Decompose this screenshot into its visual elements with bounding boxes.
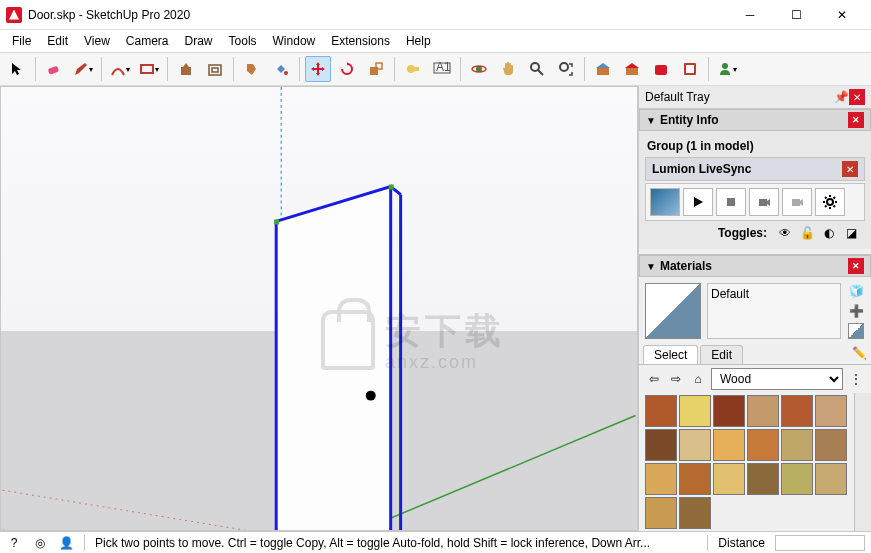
material-swatch[interactable]: [713, 395, 745, 427]
svg-rect-32: [274, 219, 279, 224]
material-category-select[interactable]: Wood: [711, 368, 843, 390]
warehouse2-tool[interactable]: [619, 56, 645, 82]
material-swatch[interactable]: [679, 395, 711, 427]
tray-close-icon[interactable]: ✕: [849, 89, 865, 105]
panel-close-icon[interactable]: ✕: [848, 258, 864, 274]
material-swatch[interactable]: [815, 429, 847, 461]
person-icon[interactable]: 👤: [58, 535, 74, 551]
toggle-visible-icon[interactable]: 👁: [777, 225, 793, 241]
material-swatch[interactable]: [645, 497, 677, 529]
lumion-stop-button[interactable]: [716, 188, 746, 216]
nav-back-icon[interactable]: ⇦: [645, 370, 663, 388]
material-swatch[interactable]: [713, 463, 745, 495]
paintbucket-tool[interactable]: [268, 56, 294, 82]
material-swatch[interactable]: [781, 395, 813, 427]
lumion-camera1-button[interactable]: [749, 188, 779, 216]
menu-window[interactable]: Window: [265, 32, 324, 50]
minimize-button[interactable]: ─: [727, 0, 773, 30]
details-menu-icon[interactable]: ⋮: [847, 370, 865, 388]
menu-camera[interactable]: Camera: [118, 32, 177, 50]
toggle-shadow2-icon[interactable]: ◪: [843, 225, 859, 241]
geo-icon[interactable]: ◎: [32, 535, 48, 551]
lumion-play-button[interactable]: [683, 188, 713, 216]
material-swatch[interactable]: [747, 429, 779, 461]
menu-file[interactable]: File: [4, 32, 39, 50]
toggle-shadow-icon[interactable]: ◐: [821, 225, 837, 241]
svg-line-48: [825, 206, 827, 208]
text-tool[interactable]: A1: [429, 56, 455, 82]
scale-tool[interactable]: [363, 56, 389, 82]
tab-select[interactable]: Select: [643, 345, 698, 364]
layout-tool[interactable]: [677, 56, 703, 82]
material-swatch[interactable]: [747, 463, 779, 495]
shape-tool[interactable]: ▾: [136, 56, 162, 82]
lumion-logo-icon[interactable]: [650, 188, 680, 216]
material-swatch[interactable]: [781, 429, 813, 461]
svg-rect-17: [597, 67, 609, 75]
material-name-field[interactable]: Default: [707, 283, 841, 339]
entity-info-header[interactable]: ▼Entity Info ✕: [639, 109, 871, 131]
menu-view[interactable]: View: [76, 32, 118, 50]
close-button[interactable]: ✕: [819, 0, 865, 30]
material-swatch[interactable]: [815, 395, 847, 427]
orbit-tool[interactable]: [466, 56, 492, 82]
nav-fwd-icon[interactable]: ⇨: [667, 370, 685, 388]
maximize-button[interactable]: ☐: [773, 0, 819, 30]
lumion-close-icon[interactable]: ✕: [842, 161, 858, 177]
eyedropper-icon[interactable]: ✏️: [851, 345, 867, 361]
svg-rect-2: [181, 67, 191, 75]
material-swatch[interactable]: [679, 429, 711, 461]
menu-tools[interactable]: Tools: [221, 32, 265, 50]
pencil-tool[interactable]: ▾: [70, 56, 96, 82]
pushpull-tool[interactable]: [173, 56, 199, 82]
material-swatch[interactable]: [781, 463, 813, 495]
material-swatch[interactable]: [713, 429, 745, 461]
tape-tool[interactable]: [400, 56, 426, 82]
lumion-camera2-button[interactable]: [782, 188, 812, 216]
warehouse-tool[interactable]: [590, 56, 616, 82]
material-swatch[interactable]: [815, 463, 847, 495]
help-icon[interactable]: ?: [6, 535, 22, 551]
create-material-icon[interactable]: ➕: [848, 303, 864, 319]
toggle-lock-icon[interactable]: 🔓: [799, 225, 815, 241]
nav-home-icon[interactable]: ⌂: [689, 370, 707, 388]
material-preview-swatch[interactable]: [645, 283, 701, 339]
svg-line-47: [834, 206, 836, 208]
set-default-icon[interactable]: [848, 323, 864, 339]
rotate-tool[interactable]: [334, 56, 360, 82]
select-tool[interactable]: [4, 56, 30, 82]
material-swatch[interactable]: [679, 463, 711, 495]
offset-tool[interactable]: [202, 56, 228, 82]
zoom-tool[interactable]: [524, 56, 550, 82]
materials-header[interactable]: ▼Materials ✕: [639, 255, 871, 277]
material-swatch[interactable]: [679, 497, 711, 529]
menu-draw[interactable]: Draw: [177, 32, 221, 50]
viewport-3d[interactable]: 安下载 anxz.com Origin in Door: [0, 86, 638, 531]
display-swatch-icon[interactable]: 🧊: [848, 283, 864, 299]
eraser-tool[interactable]: [41, 56, 67, 82]
scrollbar[interactable]: [854, 393, 871, 531]
pushpin-icon[interactable]: 📌: [833, 89, 849, 105]
applycolor-tool[interactable]: [239, 56, 265, 82]
menu-extensions[interactable]: Extensions: [323, 32, 398, 50]
arc-tool[interactable]: ▾: [107, 56, 133, 82]
material-swatch[interactable]: [645, 463, 677, 495]
menu-help[interactable]: Help: [398, 32, 439, 50]
panel-close-icon[interactable]: ✕: [848, 112, 864, 128]
menu-bar: File Edit View Camera Draw Tools Window …: [0, 30, 871, 52]
zoom-extents-tool[interactable]: [553, 56, 579, 82]
material-swatch[interactable]: [747, 395, 779, 427]
tray-header[interactable]: Default Tray 📌 ✕: [639, 86, 871, 109]
material-swatch[interactable]: [645, 429, 677, 461]
material-swatch[interactable]: [645, 395, 677, 427]
lumion-header[interactable]: Lumion LiveSync ✕: [645, 157, 865, 181]
lumion-settings-button[interactable]: [815, 188, 845, 216]
pan-tool[interactable]: [495, 56, 521, 82]
extension-tool[interactable]: [648, 56, 674, 82]
user-tool[interactable]: ▾: [714, 56, 740, 82]
sketchup-icon: [6, 7, 22, 23]
distance-input[interactable]: [775, 535, 865, 551]
move-tool[interactable]: [305, 56, 331, 82]
tab-edit[interactable]: Edit: [700, 345, 743, 364]
menu-edit[interactable]: Edit: [39, 32, 76, 50]
